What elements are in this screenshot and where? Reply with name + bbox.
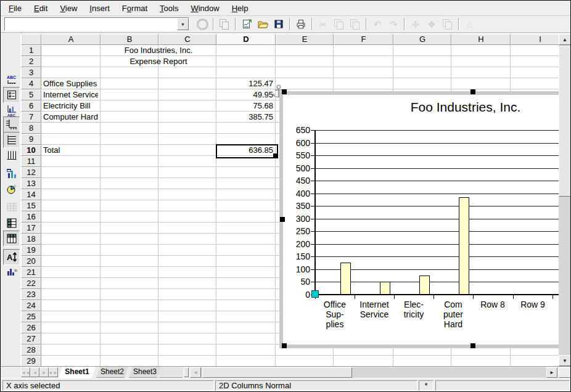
row-header-27[interactable]: 27 (21, 333, 41, 345)
row-header-29[interactable]: 29 (21, 356, 41, 366)
chart-bar-0[interactable] (340, 263, 351, 295)
row-header-9[interactable]: 9 (21, 134, 41, 145)
sheet-tab-sheet1[interactable]: Sheet1 (59, 367, 96, 378)
url-combobox-input[interactable] (5, 18, 177, 30)
menu-help[interactable]: Help (226, 2, 255, 15)
chart-x-category-label-3[interactable]: Com puter Hard (433, 300, 473, 329)
chart-object-handle[interactable] (470, 89, 475, 94)
cell-A5[interactable]: Internet Service (43, 90, 98, 100)
row-header-11[interactable]: 11 (21, 156, 41, 167)
row-header-10[interactable]: 10 (21, 145, 41, 156)
column-header-I[interactable]: I (511, 34, 559, 45)
chart-y-axis[interactable] (314, 130, 316, 296)
row-header-13[interactable]: 13 (21, 178, 41, 189)
previous-sheet-button[interactable]: ◄ (30, 367, 39, 377)
row-header-3[interactable]: 3 (21, 67, 41, 78)
merged-cell-row2[interactable]: Expense Report (101, 57, 216, 67)
cell-D7[interactable]: 385.75 (218, 112, 273, 122)
legend-on-off-button[interactable] (3, 87, 20, 103)
chart-bar-2[interactable] (419, 276, 430, 295)
row-header-15[interactable]: 15 (21, 200, 41, 211)
combo-dropdown-button[interactable]: ▼ (177, 18, 189, 30)
data-in-columns-button[interactable] (3, 231, 20, 247)
print-file-button[interactable] (293, 16, 309, 32)
vertical-scrollbar[interactable]: ▲ ▼ (559, 34, 571, 366)
chart-title[interactable]: Foo Industries, Inc. (342, 100, 559, 115)
axes-description-on-off-button[interactable] (3, 116, 20, 133)
horizontal-scrollbar[interactable] (201, 367, 546, 378)
chart-x-category-label-5[interactable]: Row 9 (513, 300, 553, 309)
row-header-1[interactable]: 1 (21, 45, 41, 56)
vertical-scroll-thumb[interactable] (559, 46, 571, 197)
row-header-26[interactable]: 26 (21, 322, 41, 333)
row-header-21[interactable]: 21 (21, 267, 41, 278)
url-combobox[interactable]: ▼ (4, 17, 189, 31)
chart-x-category-label-0[interactable]: Office Sup- plies (315, 300, 355, 329)
chart-x-axis[interactable] (314, 294, 559, 295)
column-header-C[interactable]: C (158, 34, 216, 45)
chart-object-handle[interactable] (280, 217, 285, 222)
chart-object-handle[interactable] (282, 343, 287, 348)
row-header-25[interactable]: 25 (21, 311, 41, 322)
menu-file[interactable]: File (2, 2, 28, 15)
vertical-grid-on-off-button[interactable] (3, 147, 20, 163)
column-header-H[interactable]: H (451, 34, 511, 45)
select-all-corner[interactable] (21, 34, 41, 45)
autoformat-chart-button[interactable] (3, 181, 20, 197)
row-header-28[interactable]: 28 (21, 345, 41, 356)
row-header-20[interactable]: 20 (21, 256, 41, 267)
row-header-18[interactable]: 18 (21, 234, 41, 245)
open-file-button[interactable] (255, 16, 271, 32)
titles-on-off-button[interactable]: ABC (3, 71, 20, 88)
hscroll-right-button[interactable]: ► (546, 367, 557, 378)
chart-object[interactable]: Foo Industries, Inc. 0501001502002503003… (279, 91, 559, 348)
row-header-17[interactable]: 17 (21, 223, 41, 234)
edit-chart-type-button[interactable] (3, 166, 20, 182)
new-document-button[interactable] (239, 16, 255, 32)
next-sheet-button[interactable]: ► (39, 367, 49, 377)
cell-A7[interactable]: Computer Hardware (43, 112, 98, 122)
cell-A4[interactable]: Office Supplies (43, 79, 98, 89)
column-header-B[interactable]: B (101, 34, 158, 45)
chart-x-category-label-2[interactable]: Elec- tricity (394, 300, 433, 319)
row-header-7[interactable]: 7 (21, 112, 41, 123)
chart-bar-3[interactable] (459, 197, 469, 295)
scroll-up-button[interactable]: ▲ (559, 34, 571, 45)
row-header-24[interactable]: 24 (21, 300, 41, 311)
cell-D5[interactable]: 49.95 (218, 90, 273, 100)
menu-insert[interactable]: Insert (83, 2, 116, 15)
data-in-rows-button[interactable] (3, 215, 20, 231)
row-header-23[interactable]: 23 (21, 289, 41, 300)
horizontal-scroll-thumb[interactable] (202, 367, 352, 378)
menu-tools[interactable]: Tools (154, 2, 184, 15)
menu-format[interactable]: Format (116, 2, 154, 15)
merged-cell-row1[interactable]: Foo Industries, Inc. (101, 46, 216, 55)
last-sheet-button[interactable]: ►► (49, 367, 58, 377)
x-axis-selection-handle[interactable] (311, 290, 319, 298)
row-header-2[interactable]: 2 (21, 56, 41, 67)
row-header-8[interactable]: 8 (21, 123, 41, 134)
column-header-E[interactable]: E (276, 34, 334, 45)
scroll-down-button[interactable]: ▼ (559, 355, 571, 366)
row-header-5[interactable]: 5 (21, 89, 41, 100)
row-header-19[interactable]: 19 (21, 245, 41, 256)
chart-x-category-label-1[interactable]: Internet Service (355, 300, 394, 319)
save-document-button[interactable] (271, 16, 287, 32)
row-header-12[interactable]: 12 (21, 167, 41, 178)
spreadsheet-grid[interactable]: Foo Industries, Inc. 0501001502002503003… (21, 34, 559, 366)
column-header-F[interactable]: F (334, 34, 393, 45)
menu-edit[interactable]: Edit (28, 2, 54, 15)
chart-x-category-label-4[interactable]: Row 8 (473, 300, 512, 309)
chart-object-handle[interactable] (282, 89, 287, 94)
row-header-14[interactable]: 14 (21, 189, 41, 200)
selection-fill-handle[interactable] (273, 153, 277, 157)
cell-A10[interactable]: Total (43, 145, 98, 155)
tab-scrollbar-splitter[interactable] (184, 367, 189, 377)
menu-window[interactable]: Window (184, 2, 225, 15)
row-header-4[interactable]: 4 (21, 78, 41, 89)
menu-view[interactable]: View (54, 2, 83, 15)
sheet-tab-sheet2[interactable]: Sheet2 (96, 367, 128, 378)
column-header-A[interactable]: A (41, 34, 101, 45)
row-header-22[interactable]: 22 (21, 278, 41, 289)
cell-A6[interactable]: Electricity Bill (43, 101, 98, 111)
